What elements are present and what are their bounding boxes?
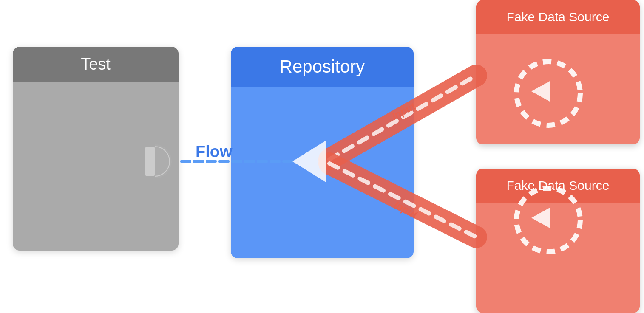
fake-data-source-top-header: Fake Data Source xyxy=(476,0,640,34)
fake-data-source-bottom-title: Fake Data Source xyxy=(507,178,610,193)
fake-data-source-bottom-body xyxy=(476,203,640,313)
diagram-container: Test Repository Fake Data Source Fake Da… xyxy=(0,0,644,313)
repository-block-header: Repository xyxy=(231,47,414,87)
repository-block-title: Repository xyxy=(280,56,365,77)
fake-data-source-bottom-header: Fake Data Source xyxy=(476,169,640,203)
fake-data-source-top-body xyxy=(476,34,640,144)
repository-block: Repository xyxy=(231,47,414,258)
test-block-header: Test xyxy=(13,47,179,82)
test-block-body xyxy=(13,82,179,251)
fake-data-source-top: Fake Data Source xyxy=(476,0,640,144)
repository-block-body xyxy=(231,87,414,258)
fake-data-source-top-title: Fake Data Source xyxy=(507,10,610,24)
test-block-title: Test xyxy=(81,55,111,73)
test-block: Test xyxy=(13,47,179,251)
flow-label: Flow xyxy=(196,143,233,161)
fake-data-source-bottom: Fake Data Source xyxy=(476,169,640,313)
